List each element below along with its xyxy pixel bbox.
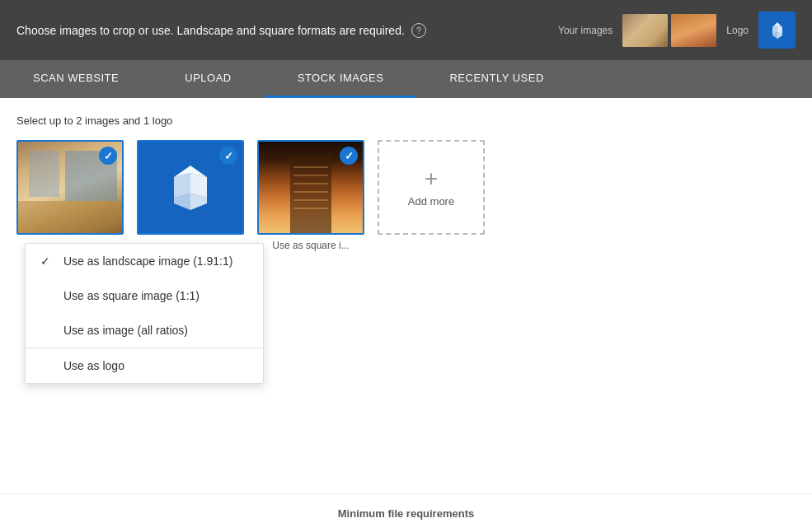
- image-logo[interactable]: ✓: [137, 140, 244, 235]
- dropdown-label-logo: Use as logo: [63, 359, 124, 372]
- logo-svg-icon: [162, 159, 219, 217]
- logo-icon: [766, 19, 789, 42]
- add-more-card[interactable]: + Add more: [378, 140, 485, 235]
- svg-marker-2: [190, 173, 207, 198]
- dropdown-label-all-ratios: Use as image (all ratios): [63, 324, 188, 337]
- logo-label: Logo: [726, 25, 749, 36]
- top-bar: Choose images to crop or use. Landscape …: [0, 0, 812, 60]
- checkmark-square: [40, 289, 54, 302]
- dropdown-item-all-ratios[interactable]: Use as image (all ratios): [26, 313, 263, 348]
- image-landscape[interactable]: ✓: [16, 140, 124, 235]
- tab-scan-website[interactable]: SCAN WEBSITE: [0, 60, 152, 96]
- tabs-bar: SCAN WEBSITE UPLOAD STOCK IMAGES RECENTL…: [0, 60, 812, 98]
- req-title: Minimum file requirements: [16, 507, 796, 520]
- tab-recently-used[interactable]: RECENTLY USED: [416, 60, 576, 96]
- your-images-label: Your images: [558, 25, 613, 36]
- requirements-section: Minimum file requirements Landscape imag…: [0, 493, 812, 523]
- image-card-building[interactable]: ✓ Use as square i...: [257, 140, 364, 251]
- dropdown-item-landscape[interactable]: ✓ Use as landscape image (1.91:1): [26, 244, 263, 278]
- thumb-building[interactable]: [671, 14, 716, 47]
- check-badge-landscape: ✓: [99, 147, 117, 165]
- checkmark-logo-use: [40, 359, 54, 372]
- check-badge-logo: ✓: [219, 147, 237, 165]
- thumb-landscape[interactable]: [622, 14, 668, 47]
- select-hint: Select up to 2 images and 1 logo: [16, 114, 796, 127]
- help-icon[interactable]: ?: [411, 23, 426, 38]
- svg-marker-1: [174, 173, 190, 198]
- dropdown-item-square[interactable]: Use as square image (1:1): [26, 278, 263, 313]
- dropdown-label-square: Use as square image (1:1): [63, 289, 199, 302]
- building-label: Use as square i...: [257, 240, 364, 251]
- logo-thumb[interactable]: [758, 12, 796, 49]
- add-more-plus: +: [425, 167, 438, 190]
- thumb-strip: [622, 14, 716, 47]
- instruction-area: Choose images to crop or use. Landscape …: [16, 23, 426, 38]
- tab-upload[interactable]: UPLOAD: [152, 60, 264, 96]
- image-card-logo[interactable]: ✓: [137, 140, 244, 235]
- check-badge-building: ✓: [340, 147, 358, 165]
- dropdown-label-landscape: Use as landscape image (1.91:1): [63, 254, 232, 268]
- checkmark-landscape: ✓: [40, 254, 54, 268]
- add-more-label: Add more: [408, 195, 454, 208]
- instruction-text: Choose images to crop or use. Landscape …: [16, 24, 405, 37]
- image-building[interactable]: ✓: [257, 140, 364, 235]
- checkmark-all-ratios: [40, 324, 54, 337]
- preview-area: Your images Logo: [558, 12, 796, 49]
- image-card-landscape[interactable]: ✓: [16, 140, 124, 235]
- tab-stock-images[interactable]: STOCK IMAGES: [265, 60, 417, 96]
- dropdown-menu: ✓ Use as landscape image (1.91:1) Use as…: [25, 243, 264, 384]
- main-content: Select up to 2 images and 1 logo ✓: [0, 98, 812, 493]
- dropdown-item-logo[interactable]: Use as logo: [26, 348, 263, 383]
- images-row: ✓ ✓ ✓: [16, 140, 796, 251]
